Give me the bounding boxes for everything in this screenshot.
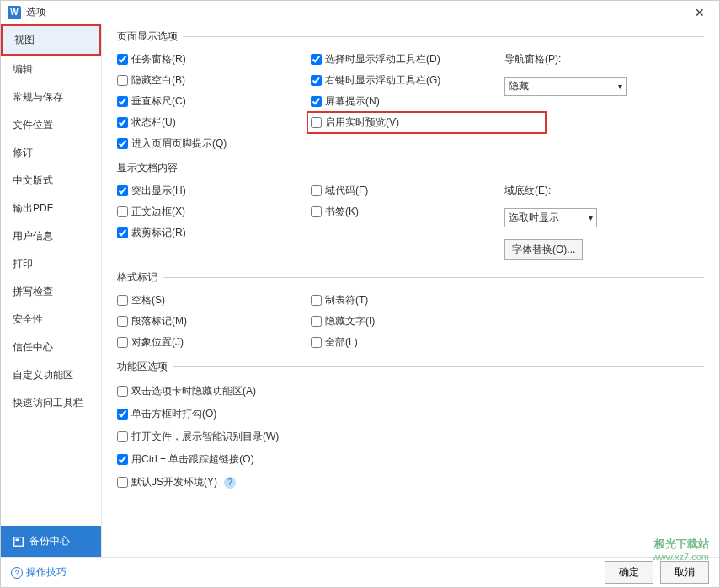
page-display-opt-b-3-label: 启用实时预览(V) xyxy=(325,115,399,130)
sidebar-item-0[interactable]: 视图 xyxy=(1,24,101,56)
doc-content-opt-a-0[interactable]: 突出显示(H) xyxy=(117,184,311,198)
backup-icon xyxy=(13,536,24,548)
page-display-opt-a-0[interactable]: 任务窗格(R) xyxy=(117,52,311,67)
close-icon[interactable]: ✕ xyxy=(687,6,712,19)
body: 视图编辑常规与保存文件位置修订中文版式输出PDF用户信息打印拼写检查安全性信任中… xyxy=(1,24,719,557)
sidebar-item-5[interactable]: 中文版式 xyxy=(1,167,101,195)
format-mark-opt-b-1-checkbox[interactable] xyxy=(311,316,322,327)
ribbon-opt-4[interactable]: 默认JS开发环境(Y)? xyxy=(117,475,704,489)
section-doc-content: 显示文档内容 突出显示(H)正文边框(X)裁剪标记(R) 域代码(F)书签(K)… xyxy=(117,161,704,264)
format-mark-opt-b-2-label: 全部(L) xyxy=(325,335,358,350)
ribbon-opt-1[interactable]: 单击方框时打勾(O) xyxy=(117,407,704,421)
format-mark-opt-b-2-checkbox[interactable] xyxy=(311,337,322,348)
page-display-opt-b-3-checkbox[interactable] xyxy=(311,117,322,128)
field-shading-value: 选取时显示 xyxy=(509,211,559,225)
doc-content-opt-a-1[interactable]: 正文边框(X) xyxy=(117,205,311,219)
page-display-opt-a-4[interactable]: 进入页眉页脚提示(Q) xyxy=(117,136,311,151)
ribbon-opt-3-checkbox[interactable] xyxy=(117,454,128,465)
doc-content-opt-b-0-checkbox[interactable] xyxy=(311,185,322,196)
page-display-opt-a-1-checkbox[interactable] xyxy=(117,75,128,86)
sidebar-item-13[interactable]: 快速访问工具栏 xyxy=(1,389,101,417)
content: 页面显示选项 任务窗格(R)隐藏空白(B)垂直标尺(C)状态栏(U)进入页眉页脚… xyxy=(102,24,719,557)
format-mark-opt-b-2[interactable]: 全部(L) xyxy=(311,335,504,350)
page-display-opt-a-1[interactable]: 隐藏空白(B) xyxy=(117,73,311,88)
page-display-opt-a-3-checkbox[interactable] xyxy=(117,117,128,128)
sidebar-item-8[interactable]: 打印 xyxy=(1,250,101,278)
ribbon-opt-0-checkbox[interactable] xyxy=(117,386,128,397)
page-display-opt-b-0[interactable]: 选择时显示浮动工具栏(D) xyxy=(311,52,504,67)
page-display-opt-a-0-checkbox[interactable] xyxy=(117,54,128,65)
page-display-opt-b-2-checkbox[interactable] xyxy=(311,96,322,107)
sidebar-item-7[interactable]: 用户信息 xyxy=(1,222,101,250)
ribbon-opt-3[interactable]: 用Ctrl + 单击跟踪超链接(O) xyxy=(117,452,704,467)
ribbon-opt-2-checkbox[interactable] xyxy=(117,431,128,442)
format-mark-opt-a-1[interactable]: 段落标记(M) xyxy=(117,314,311,329)
page-display-opt-a-3[interactable]: 状态栏(U) xyxy=(117,115,311,130)
page-display-opt-b-1-checkbox[interactable] xyxy=(311,75,322,86)
page-display-opt-a-2-checkbox[interactable] xyxy=(117,96,128,107)
nav-pane-dropdown[interactable]: 隐藏 ▾ xyxy=(504,77,627,96)
backup-center-label: 备份中心 xyxy=(29,534,70,548)
format-mark-opt-a-1-checkbox[interactable] xyxy=(117,316,128,327)
format-mark-opt-a-2[interactable]: 对象位置(J) xyxy=(117,335,311,350)
field-shading-dropdown[interactable]: 选取时显示 ▾ xyxy=(504,208,597,227)
section-doc-content-legend: 显示文档内容 xyxy=(117,161,183,175)
doc-content-opt-b-0[interactable]: 域代码(F) xyxy=(311,184,504,198)
ribbon-opt-0[interactable]: 双击选项卡时隐藏功能区(A) xyxy=(117,384,704,398)
sidebar-item-9[interactable]: 拼写检查 xyxy=(1,278,101,306)
doc-content-opt-a-0-checkbox[interactable] xyxy=(117,185,128,196)
sidebar-item-3[interactable]: 文件位置 xyxy=(1,111,101,139)
ok-button[interactable]: 确定 xyxy=(605,561,653,584)
section-ribbon: 功能区选项 双击选项卡时隐藏功能区(A)单击方框时打勾(O)打开文件，展示智能识… xyxy=(117,360,704,493)
page-display-opt-a-4-checkbox[interactable] xyxy=(117,138,128,149)
format-mark-opt-b-0-label: 制表符(T) xyxy=(325,293,368,307)
doc-content-opt-a-0-label: 突出显示(H) xyxy=(131,184,186,198)
page-display-opt-a-0-label: 任务窗格(R) xyxy=(131,52,186,67)
doc-content-opt-a-2[interactable]: 裁剪标记(R) xyxy=(117,226,311,240)
nav-pane-value: 隐藏 xyxy=(509,79,529,94)
page-display-opt-a-2[interactable]: 垂直标尺(C) xyxy=(117,94,311,109)
sidebar-item-6[interactable]: 输出PDF xyxy=(1,195,101,222)
doc-content-opt-a-1-checkbox[interactable] xyxy=(117,206,128,217)
page-display-opt-b-2[interactable]: 屏幕提示(N) xyxy=(311,94,504,109)
section-page-display-legend: 页面显示选项 xyxy=(117,29,183,44)
tips-label: 操作技巧 xyxy=(26,565,67,580)
ribbon-opt-4-checkbox[interactable] xyxy=(117,477,128,488)
doc-content-opt-b-1[interactable]: 书签(K) xyxy=(311,205,504,219)
ribbon-opt-1-checkbox[interactable] xyxy=(117,409,128,420)
sidebar-item-12[interactable]: 自定义功能区 xyxy=(1,361,101,389)
page-display-opt-a-3-label: 状态栏(U) xyxy=(131,115,176,130)
sidebar-item-1[interactable]: 编辑 xyxy=(1,56,101,83)
doc-content-opt-a-2-checkbox[interactable] xyxy=(117,227,128,238)
help-icon[interactable]: ? xyxy=(224,477,236,489)
tips-link[interactable]: ? 操作技巧 xyxy=(11,565,67,580)
cancel-button[interactable]: 取消 xyxy=(660,561,709,584)
font-replace-button[interactable]: 字体替换(O)... xyxy=(504,239,583,260)
ribbon-opt-2[interactable]: 打开文件，展示智能识别目录(W) xyxy=(117,430,704,444)
format-mark-opt-b-1[interactable]: 隐藏文字(I) xyxy=(311,314,504,329)
sidebar-item-11[interactable]: 信任中心 xyxy=(1,334,101,361)
format-mark-opt-b-1-label: 隐藏文字(I) xyxy=(325,314,375,329)
titlebar: W 选项 ✕ xyxy=(1,1,719,24)
svg-rect-1 xyxy=(16,538,19,541)
format-mark-opt-b-0[interactable]: 制表符(T) xyxy=(311,293,504,307)
format-mark-opt-a-2-checkbox[interactable] xyxy=(117,337,128,348)
format-mark-opt-a-0-checkbox[interactable] xyxy=(117,295,128,306)
format-mark-opt-a-1-label: 段落标记(M) xyxy=(131,314,187,329)
format-mark-opt-b-0-checkbox[interactable] xyxy=(311,295,322,306)
page-display-opt-b-1[interactable]: 右键时显示浮动工具栏(G) xyxy=(311,73,504,88)
sidebar-items: 视图编辑常规与保存文件位置修订中文版式输出PDF用户信息打印拼写检查安全性信任中… xyxy=(1,24,101,526)
doc-content-opt-b-1-checkbox[interactable] xyxy=(311,206,322,217)
sidebar-item-10[interactable]: 安全性 xyxy=(1,306,101,334)
field-shading-label: 域底纹(E): xyxy=(504,184,704,198)
sidebar-item-4[interactable]: 修订 xyxy=(1,139,101,167)
doc-content-opt-b-0-label: 域代码(F) xyxy=(325,184,368,198)
format-mark-opt-a-0[interactable]: 空格(S) xyxy=(117,293,311,307)
section-ribbon-legend: 功能区选项 xyxy=(117,360,173,374)
window-title: 选项 xyxy=(26,5,687,19)
page-display-opt-b-0-checkbox[interactable] xyxy=(311,54,322,65)
page-display-opt-b-2-label: 屏幕提示(N) xyxy=(325,94,380,109)
backup-center-button[interactable]: 备份中心 xyxy=(1,526,101,557)
chevron-down-icon: ▾ xyxy=(589,213,593,222)
sidebar-item-2[interactable]: 常规与保存 xyxy=(1,83,101,111)
